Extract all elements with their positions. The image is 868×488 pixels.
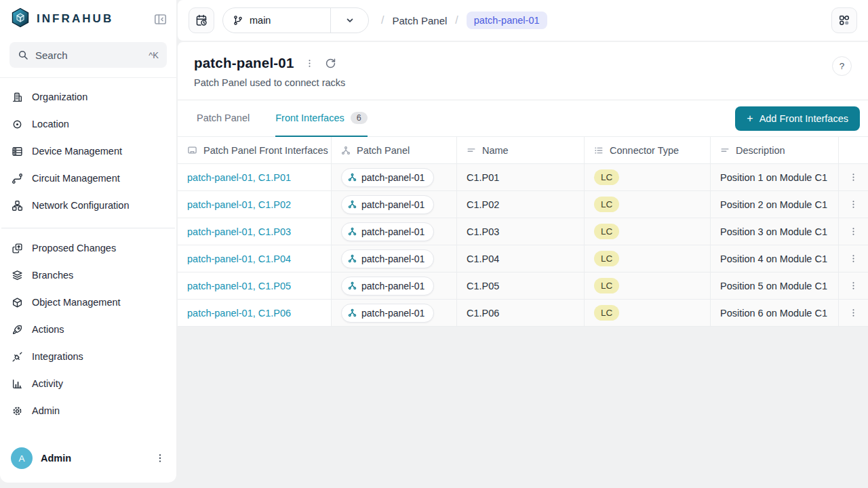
refresh-icon[interactable] xyxy=(325,58,336,69)
sidebar-item-branches[interactable]: Branches xyxy=(0,262,176,289)
page-title: patch-panel-01 xyxy=(194,55,294,71)
route-icon xyxy=(12,173,23,184)
table-row[interactable]: patch-panel-01, C1.P04 patch-panel-01 C1… xyxy=(178,245,868,272)
interface-link[interactable]: patch-panel-01, C1.P02 xyxy=(187,199,291,210)
breadcrumb-separator: / xyxy=(455,14,458,26)
interface-link[interactable]: patch-panel-01, C1.P06 xyxy=(187,308,291,319)
row-kebab-icon[interactable] xyxy=(848,226,859,237)
sidebar-item-label: Location xyxy=(32,119,69,129)
plug-icon xyxy=(12,351,23,363)
sidebar-item-activity[interactable]: Activity xyxy=(0,370,176,397)
interface-description: Position 1 on Module C1 xyxy=(720,172,827,183)
add-front-interfaces-button[interactable]: + Add Front Interfaces xyxy=(735,106,860,131)
search-input[interactable]: Search ^K xyxy=(9,42,167,68)
row-kebab-icon[interactable] xyxy=(848,308,859,318)
interface-name: C1.P06 xyxy=(467,308,499,319)
front-interfaces-table: Patch Panel Front Interfaces Patch Panel xyxy=(178,137,868,327)
connector-type-badge: LC xyxy=(594,305,619,321)
patch-panel-pill[interactable]: patch-panel-01 xyxy=(341,222,434,241)
building-icon xyxy=(12,92,23,103)
sidebar-item-location[interactable]: Location xyxy=(0,110,176,138)
object-menu-kebab-icon[interactable] xyxy=(304,58,315,68)
card-icon xyxy=(187,145,197,155)
sidebar-item-device-management[interactable]: Device Management xyxy=(0,138,176,165)
server-icon xyxy=(12,146,23,157)
sidebar-item-circuit-management[interactable]: Circuit Management xyxy=(0,165,176,192)
tab-count-badge: 6 xyxy=(351,112,368,124)
sidebar-item-customer-service[interactable]: Customer Service xyxy=(0,219,176,228)
tab-front-interfaces[interactable]: Front Interfaces 6 xyxy=(275,101,368,137)
sidebar-item-admin[interactable]: Admin xyxy=(0,397,176,424)
table-row[interactable]: patch-panel-01, C1.P01 patch-panel-01 C1… xyxy=(178,164,868,191)
column-header-label: Patch Panel xyxy=(357,145,410,156)
collapse-sidebar-icon[interactable] xyxy=(154,13,167,26)
gear-icon xyxy=(12,405,23,417)
avatar: A xyxy=(11,447,33,469)
column-header-name: Name xyxy=(457,137,585,164)
time-travel-button[interactable] xyxy=(189,7,214,33)
breadcrumb-separator: / xyxy=(381,14,384,26)
interface-link[interactable]: patch-panel-01, C1.P01 xyxy=(187,172,291,183)
interface-description: Position 2 on Module C1 xyxy=(720,199,827,210)
search-shortcut: ^K xyxy=(149,50,159,60)
patch-panel-pill[interactable]: patch-panel-01 xyxy=(341,249,434,268)
sidebar-nav-app: Proposed Changes Branches Object Managem… xyxy=(0,228,176,424)
column-header-label: Name xyxy=(482,145,509,156)
row-kebab-icon[interactable] xyxy=(848,253,859,264)
row-kebab-icon[interactable] xyxy=(848,172,859,182)
user-menu-kebab-icon[interactable] xyxy=(155,453,165,464)
sidebar-item-proposed-changes[interactable]: Proposed Changes xyxy=(0,235,176,262)
sidebar-item-label: Branches xyxy=(32,270,73,281)
help-button[interactable]: ? xyxy=(832,56,852,76)
sidebar-item-network-configuration[interactable]: Network Configuration xyxy=(0,192,176,219)
patch-panel-pill[interactable]: patch-panel-01 xyxy=(341,277,434,296)
column-header-label: Description xyxy=(736,145,785,156)
sidebar-item-object-management[interactable]: Object Management xyxy=(0,289,176,316)
interface-link[interactable]: patch-panel-01, C1.P05 xyxy=(187,281,291,291)
hierarchy-icon xyxy=(348,254,357,263)
sidebar-item-organization[interactable]: Organization xyxy=(0,83,176,110)
network-icon xyxy=(12,200,23,211)
patch-panel-pill[interactable]: patch-panel-01 xyxy=(341,304,434,323)
brand-name: INFRAHUB xyxy=(37,12,113,26)
branch-selector-caret[interactable] xyxy=(330,8,368,33)
breadcrumb: / Patch Panel / patch-panel-01 xyxy=(381,12,547,29)
patch-panel-pill-label: patch-panel-01 xyxy=(361,253,425,264)
tasks-button[interactable] xyxy=(831,7,857,33)
sidebar-item-integrations[interactable]: Integrations xyxy=(0,343,176,370)
hierarchy-icon xyxy=(348,227,357,236)
breadcrumb-patch-panel[interactable]: Patch Panel xyxy=(392,15,447,26)
interface-link[interactable]: patch-panel-01, C1.P04 xyxy=(187,253,291,264)
row-kebab-icon[interactable] xyxy=(848,281,859,291)
object-header: patch-panel-01 Patch Panel used to conne… xyxy=(178,42,868,100)
branch-selector[interactable]: main xyxy=(222,7,369,33)
patch-panel-pill[interactable]: patch-panel-01 xyxy=(341,195,434,214)
patch-panel-pill[interactable]: patch-panel-01 xyxy=(341,168,434,187)
row-kebab-icon[interactable] xyxy=(848,199,859,209)
interface-name: C1.P05 xyxy=(467,281,499,291)
hierarchy-icon xyxy=(348,173,357,182)
interface-description: Position 5 on Module C1 xyxy=(720,281,827,291)
layers-icon xyxy=(12,270,23,281)
workflow-icon xyxy=(838,14,850,26)
interface-name: C1.P04 xyxy=(467,253,499,264)
table-row[interactable]: patch-panel-01, C1.P03 patch-panel-01 C1… xyxy=(178,218,868,245)
sidebar-item-label: Admin xyxy=(32,405,60,416)
branch-selector-value[interactable]: main xyxy=(223,8,330,33)
table-row[interactable]: patch-panel-01, C1.P06 patch-panel-01 C1… xyxy=(178,300,868,327)
table-row[interactable]: patch-panel-01, C1.P05 patch-panel-01 C1… xyxy=(178,272,868,300)
text-icon xyxy=(720,146,730,155)
content-card: patch-panel-01 Patch Panel used to conne… xyxy=(178,42,868,327)
list-icon xyxy=(594,146,604,155)
interface-link[interactable]: patch-panel-01, C1.P03 xyxy=(187,226,291,237)
plus-icon: + xyxy=(747,113,753,124)
tab-patch-panel[interactable]: Patch Panel xyxy=(197,101,250,137)
sidebar-item-actions[interactable]: Actions xyxy=(0,316,176,343)
infrahub-logo-icon xyxy=(11,7,30,30)
breadcrumb-current-object[interactable]: patch-panel-01 xyxy=(467,12,547,29)
column-header-connector-type: Connector Type xyxy=(585,137,711,164)
table-row[interactable]: patch-panel-01, C1.P02 patch-panel-01 C1… xyxy=(178,191,868,218)
hierarchy-icon xyxy=(348,200,357,209)
bar-chart-icon xyxy=(12,378,23,390)
branch-name: main xyxy=(250,15,271,26)
